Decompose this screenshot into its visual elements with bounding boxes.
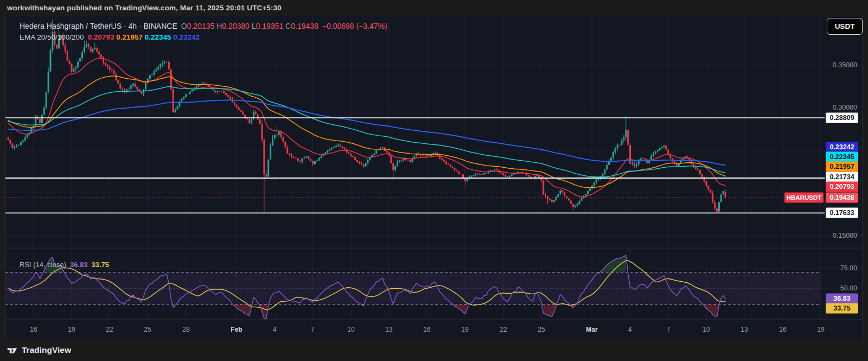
- time-tick-label: 22: [500, 326, 507, 333]
- ohlc-row: O0.20135 H0.20380 L0.19351 C0.19438: [181, 21, 318, 31]
- time-tick-label: 25: [538, 326, 545, 333]
- axis-price-label: 0.28809: [826, 113, 858, 123]
- time-tick-label: 19: [817, 326, 824, 333]
- time-tick-label: 13: [385, 326, 392, 333]
- brand-text: TradingView: [22, 345, 71, 355]
- time-tick-label: 19: [461, 326, 468, 333]
- ohlc-label: O: [181, 22, 187, 30]
- ohlc-value: 0.20380: [222, 22, 252, 30]
- axis-price-label: 0.23242: [826, 142, 858, 153]
- axis-price-label: 0.22345: [826, 152, 858, 162]
- ema-value: 0.20793: [88, 33, 117, 41]
- ema-legend: EMA 20/50/100/200 0.20793 0.21957 0.2234…: [20, 32, 200, 42]
- axis-price-label: 0.19438: [826, 193, 858, 203]
- time-tick-label: 25: [144, 326, 151, 333]
- time-tick-label: 7: [311, 326, 315, 333]
- symbol-legend: Hedera Hashgraph / TetherUS · 4h · BINAN…: [20, 21, 387, 31]
- time-tick-label: 22: [106, 326, 113, 333]
- tradingview-published-chart: workwithshayan published on TradingView.…: [0, 0, 868, 361]
- rsi-value: 36.83: [70, 261, 88, 269]
- time-tick-label: 19: [68, 326, 75, 333]
- ema-label: EMA 20/50/100/200: [20, 33, 84, 41]
- axis-tick-label: 50.00: [840, 284, 857, 292]
- tradingview-logo-link[interactable]: TradingView: [7, 345, 71, 356]
- ohlc-value: 0.19351: [256, 22, 286, 30]
- change-value: −0.00698 (−3.47%): [322, 22, 387, 30]
- time-tick-label: 16: [423, 326, 430, 333]
- ohlc-label: H: [216, 22, 222, 30]
- rsi-ma-value: 33.75: [92, 261, 110, 269]
- axis-price-label: 36.83: [826, 294, 858, 304]
- time-tick-label: 4: [628, 326, 632, 333]
- ohlc-value: 0.20135: [187, 22, 217, 30]
- rsi-title: RSI (14, close): [20, 261, 66, 269]
- axis-tick-label: 0.15000: [833, 232, 857, 239]
- time-tick-label: 10: [347, 326, 354, 333]
- symbol-title: Hedera Hashgraph / TetherUS · 4h · BINAN…: [20, 22, 177, 30]
- time-tick-label: Feb: [231, 326, 242, 333]
- time-tick-label: 10: [703, 326, 710, 333]
- axis-tick-label: 0.30000: [833, 104, 857, 111]
- ema-value: 0.22345: [145, 33, 174, 41]
- ohlc-label: C: [285, 22, 291, 30]
- currency-toggle-button[interactable]: USDT: [827, 18, 863, 35]
- time-tick-label: 16: [779, 326, 786, 333]
- axis-price-label: 0.21957: [826, 162, 858, 172]
- footer-bar: TradingView: [0, 339, 868, 361]
- time-tick-label: 28: [182, 326, 189, 333]
- axis-price-label: 33.75: [826, 303, 858, 314]
- axis-tick-label: 75.00: [840, 264, 857, 272]
- time-tick-label: 4: [273, 326, 277, 333]
- axis-price-label: 0.17633: [826, 208, 858, 218]
- tradingview-logo-icon: [7, 345, 18, 356]
- time-tick-label: 16: [30, 326, 37, 333]
- symbol-price-tag: HBARUSDT: [784, 193, 824, 203]
- chart-canvas[interactable]: [0, 0, 868, 361]
- axis-price-label: 0.21734: [826, 172, 858, 182]
- ema-value: 0.23242: [173, 33, 200, 41]
- time-tick-label: Mar: [586, 326, 597, 333]
- ema-values: 0.20793 0.21957 0.22345 0.23242: [88, 32, 200, 42]
- axis-price-label: 0.20793: [826, 182, 858, 192]
- time-tick-label: 7: [667, 326, 671, 333]
- ohlc-label: L: [252, 22, 256, 30]
- ohlc-value: 0.19438: [291, 22, 318, 30]
- ema-value: 0.21957: [116, 33, 145, 41]
- rsi-legend: RSI (14, close) 36.83 33.75: [20, 261, 109, 269]
- time-tick-label: 13: [741, 326, 748, 333]
- axis-tick-label: 0.35000: [833, 61, 857, 69]
